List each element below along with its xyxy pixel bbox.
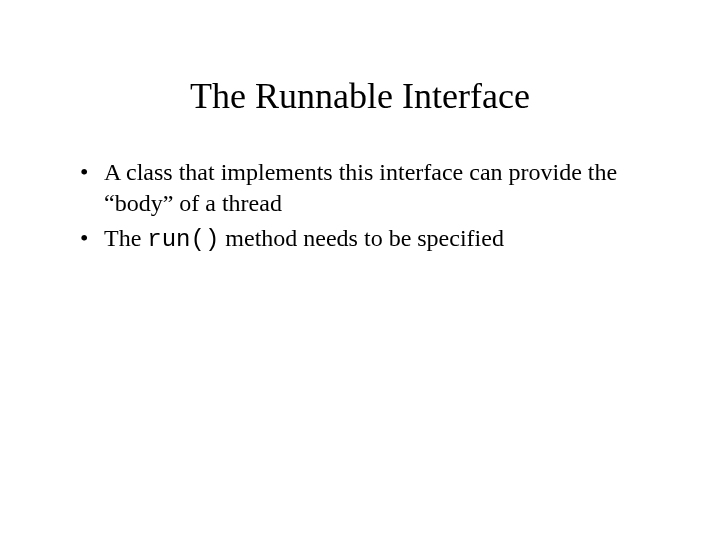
bullet-list: A class that implements this interface c… [60,157,660,256]
bullet-text-suffix: method needs to be specified [219,225,504,251]
slide-title: The Runnable Interface [60,75,660,117]
bullet-item: The run() method needs to be specified [80,223,660,255]
bullet-item: A class that implements this interface c… [80,157,660,219]
bullet-text-prefix: The [104,225,147,251]
bullet-text: A class that implements this interface c… [104,159,617,216]
bullet-code: run() [147,226,219,253]
